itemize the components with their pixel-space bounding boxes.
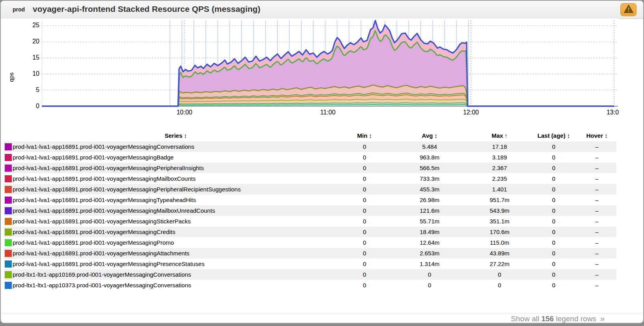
last-age-value: 0 (530, 269, 577, 280)
avg-value: 0 (390, 269, 469, 280)
series-color-swatch (5, 143, 12, 150)
avg-value: 18.49m (390, 227, 469, 237)
series-name[interactable]: prod-lva1-lva1-app16891.prod-i001-voyage… (13, 248, 339, 259)
qps-stacked-area-chart[interactable] (42, 19, 619, 110)
max-value: 27.22m (469, 259, 530, 269)
series-name[interactable]: prod-lva1-lva1-app16891.prod-i001-voyage… (13, 141, 339, 152)
chevron-right-icon: » (600, 314, 605, 323)
last-age-value: 0 (530, 227, 577, 237)
sort-header-hover[interactable]: Hover↕ (577, 129, 616, 141)
footer-divider (2, 313, 642, 313)
sort-header-last-age[interactable]: Last (age)↕ (530, 129, 577, 141)
series-color-swatch (5, 260, 12, 268)
sort-header-series[interactable]: Series↕ (13, 129, 339, 141)
last-age-value: 0 (530, 173, 577, 184)
series-name[interactable]: prod-lva1-lva1-app16891.prod-i001-voyage… (13, 205, 339, 216)
max-value: 2.235 (469, 173, 530, 184)
series-name[interactable]: prod-lva1-lva1-app16891.prod-i001-voyage… (13, 227, 339, 237)
max-value: 0 (469, 269, 530, 280)
legend-table-region: Series↕ Min↕ Avg↕ Max↑ Last (age)↕ (4, 129, 616, 290)
avg-value: 733.3m (390, 173, 469, 184)
hover-value: – (577, 248, 616, 259)
sort-icon: ↕ (184, 132, 187, 139)
max-value: 0 (469, 280, 530, 290)
hover-value: – (577, 237, 616, 248)
avg-value: 12.64m (390, 237, 469, 248)
table-row[interactable]: prod-lva1-lva1-app16891.prod-i001-voyage… (4, 248, 616, 259)
warning-triangle-icon (624, 5, 633, 15)
y-tick: 15 (22, 54, 39, 62)
sort-icon: ↕ (567, 132, 570, 139)
sort-header-min[interactable]: Min↕ (339, 129, 390, 141)
series-name[interactable]: prod-lva1-lva1-app16891.prod-i001-voyage… (13, 184, 339, 195)
x-tick: 12:00 (459, 109, 483, 116)
y-tick: 25 (22, 21, 39, 29)
hover-value: – (577, 227, 616, 237)
last-age-value: 0 (530, 163, 577, 173)
table-row[interactable]: prod-lva1-lva1-app16891.prod-i001-voyage… (4, 184, 616, 195)
series-color-swatch (5, 271, 12, 278)
y-tick: 5 (22, 86, 39, 94)
min-value: 0 (339, 141, 390, 152)
series-color-swatch (5, 207, 12, 214)
table-row[interactable]: prod-lva1-lva1-app16891.prod-i001-voyage… (4, 163, 616, 173)
series-name[interactable]: prod-lva1-lva1-app16891.prod-i001-voyage… (13, 163, 339, 173)
last-age-value: 0 (530, 259, 577, 269)
avg-value: 963.8m (390, 152, 469, 163)
table-row[interactable]: prod-ltx1-ltx1-app10373.prod-i001-voyage… (4, 280, 616, 290)
table-row[interactable]: prod-lva1-lva1-app16891.prod-i001-voyage… (4, 195, 616, 205)
page-title: voyager-api-frontend Stacked Resource QP… (33, 4, 261, 14)
hover-value: – (577, 141, 616, 152)
hover-value: – (577, 163, 616, 173)
x-tick: 10:00 (173, 109, 196, 116)
max-value: 3.189 (469, 152, 530, 163)
table-row[interactable]: prod-lva1-lva1-app16891.prod-i001-voyage… (4, 173, 616, 184)
series-color-swatch (5, 154, 12, 161)
table-row[interactable]: prod-lva1-lva1-app16891.prod-i001-voyage… (4, 141, 616, 152)
avg-value: 5.484 (390, 141, 469, 152)
table-row[interactable]: prod-lva1-lva1-app16891.prod-i001-voyage… (4, 152, 616, 163)
table-row[interactable]: prod-lva1-lva1-app16891.prod-i001-voyage… (4, 216, 616, 227)
series-name[interactable]: prod-lva1-lva1-app16891.prod-i001-voyage… (13, 259, 339, 269)
max-value: 351.1m (469, 216, 530, 227)
x-tick: 11:00 (316, 109, 340, 116)
table-row[interactable]: prod-ltx1-ltx1-app10169.prod-i001-voyage… (4, 269, 616, 280)
max-value: 43.89m (469, 248, 530, 259)
hover-value: – (577, 259, 616, 269)
sort-icon: ↑ (504, 132, 508, 139)
series-name[interactable]: prod-lva1-lva1-app16891.prod-i001-voyage… (13, 216, 339, 227)
max-value: 17.18 (469, 141, 530, 152)
sort-header-max[interactable]: Max↑ (469, 129, 530, 141)
sort-icon: ↕ (369, 132, 372, 139)
min-value: 0 (339, 248, 390, 259)
last-age-value: 0 (530, 184, 577, 195)
series-color-swatch (5, 197, 12, 204)
warning-button[interactable] (620, 3, 637, 16)
sort-icon: ↕ (434, 132, 437, 139)
series-name[interactable]: prod-lva1-lva1-app16891.prod-i001-voyage… (13, 237, 339, 248)
series-name[interactable]: prod-ltx1-ltx1-app10169.prod-i001-voyage… (13, 269, 339, 280)
series-color-swatch (5, 218, 12, 225)
legend-table: Series↕ Min↕ Avg↕ Max↑ Last (age)↕ (4, 129, 616, 290)
table-row[interactable]: prod-lva1-lva1-app16891.prod-i001-voyage… (4, 227, 616, 237)
sort-header-avg[interactable]: Avg↕ (390, 129, 469, 141)
series-color-swatch (5, 186, 12, 193)
min-value: 0 (339, 184, 390, 195)
series-name[interactable]: prod-ltx1-ltx1-app10373.prod-i001-voyage… (13, 280, 339, 290)
table-row[interactable]: prod-lva1-lva1-app16891.prod-i001-voyage… (4, 205, 616, 216)
avg-value: 0 (390, 280, 469, 290)
hover-value: – (577, 205, 616, 216)
table-row[interactable]: prod-lva1-lva1-app16891.prod-i001-voyage… (4, 259, 616, 269)
min-value: 0 (339, 205, 390, 216)
series-color-swatch (5, 229, 12, 236)
graph-panel: prod voyager-api-frontend Stacked Resour… (0, 0, 644, 324)
series-name[interactable]: prod-lva1-lva1-app16891.prod-i001-voyage… (13, 173, 339, 184)
last-age-value: 0 (530, 216, 577, 227)
series-name[interactable]: prod-lva1-lva1-app16891.prod-i001-voyage… (13, 195, 339, 205)
series-name[interactable]: prod-lva1-lva1-app16891.prod-i001-voyage… (13, 152, 339, 163)
max-value: 543.9m (469, 205, 530, 216)
legend-table-body: prod-lva1-lva1-app16891.prod-i001-voyage… (4, 141, 616, 290)
table-row[interactable]: prod-lva1-lva1-app16891.prod-i001-voyage… (4, 237, 616, 248)
series-color-swatch (5, 165, 12, 172)
show-all-legend-rows-link[interactable]: Show all 156 legend rows» (511, 314, 605, 323)
